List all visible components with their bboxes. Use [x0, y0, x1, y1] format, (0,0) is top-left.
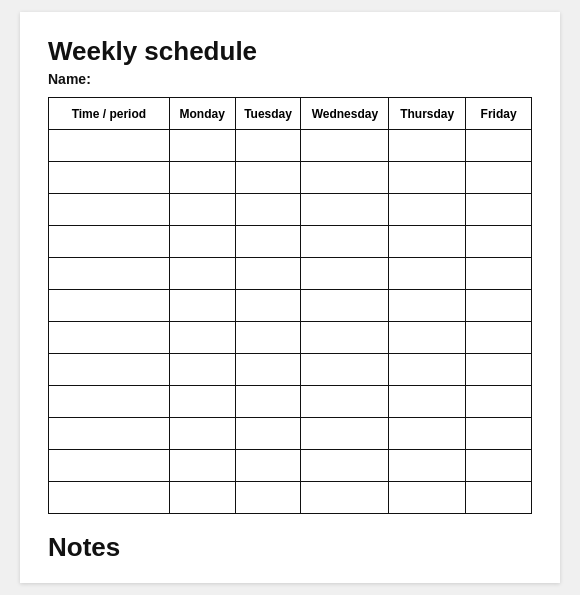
table-cell[interactable]: [389, 130, 466, 162]
table-cell[interactable]: [466, 194, 532, 226]
table-cell[interactable]: [466, 290, 532, 322]
table-cell[interactable]: [301, 482, 389, 514]
table-cell[interactable]: [235, 258, 301, 290]
table-cell[interactable]: [389, 418, 466, 450]
table-cell[interactable]: [389, 194, 466, 226]
table-cell[interactable]: [235, 290, 301, 322]
table-cell[interactable]: [235, 482, 301, 514]
table-cell[interactable]: [169, 290, 235, 322]
table-cell[interactable]: [169, 130, 235, 162]
table-cell[interactable]: [235, 450, 301, 482]
table-cell[interactable]: [235, 226, 301, 258]
table-cell[interactable]: [169, 258, 235, 290]
table-cell[interactable]: [235, 386, 301, 418]
table-row: [49, 258, 532, 290]
table-cell[interactable]: [389, 258, 466, 290]
header-friday: Friday: [466, 98, 532, 130]
table-row: [49, 322, 532, 354]
table-row: [49, 482, 532, 514]
table-cell[interactable]: [169, 226, 235, 258]
name-label: Name:: [48, 71, 532, 87]
header-row: Time / period Monday Tuesday Wednesday T…: [49, 98, 532, 130]
table-cell[interactable]: [466, 162, 532, 194]
table-row: [49, 354, 532, 386]
table-cell[interactable]: [466, 482, 532, 514]
notes-title: Notes: [48, 532, 532, 563]
table-cell[interactable]: [466, 322, 532, 354]
table-cell[interactable]: [389, 354, 466, 386]
page: Weekly schedule Name: Time / period Mond…: [20, 12, 560, 583]
table-cell[interactable]: [235, 194, 301, 226]
table-cell[interactable]: [49, 354, 170, 386]
table-cell[interactable]: [235, 354, 301, 386]
table-cell[interactable]: [301, 162, 389, 194]
table-cell[interactable]: [389, 322, 466, 354]
table-cell[interactable]: [49, 226, 170, 258]
table-cell[interactable]: [301, 130, 389, 162]
table-row: [49, 162, 532, 194]
table-cell[interactable]: [49, 482, 170, 514]
table-row: [49, 130, 532, 162]
table-row: [49, 194, 532, 226]
table-cell[interactable]: [169, 354, 235, 386]
table-cell[interactable]: [389, 226, 466, 258]
table-cell[interactable]: [389, 482, 466, 514]
table-row: [49, 450, 532, 482]
header-monday: Monday: [169, 98, 235, 130]
table-cell[interactable]: [169, 194, 235, 226]
table-cell[interactable]: [49, 418, 170, 450]
schedule-table: Time / period Monday Tuesday Wednesday T…: [48, 97, 532, 514]
header-wednesday: Wednesday: [301, 98, 389, 130]
table-cell[interactable]: [301, 418, 389, 450]
table-cell[interactable]: [466, 258, 532, 290]
table-cell[interactable]: [466, 354, 532, 386]
table-cell[interactable]: [49, 322, 170, 354]
table-cell[interactable]: [235, 322, 301, 354]
table-cell[interactable]: [466, 386, 532, 418]
table-cell[interactable]: [169, 450, 235, 482]
table-cell[interactable]: [49, 258, 170, 290]
table-cell[interactable]: [466, 418, 532, 450]
table-cell[interactable]: [49, 130, 170, 162]
table-cell[interactable]: [466, 450, 532, 482]
table-cell[interactable]: [301, 194, 389, 226]
header-thursday: Thursday: [389, 98, 466, 130]
table-cell[interactable]: [301, 386, 389, 418]
table-cell[interactable]: [49, 194, 170, 226]
header-tuesday: Tuesday: [235, 98, 301, 130]
table-cell[interactable]: [389, 290, 466, 322]
table-cell[interactable]: [169, 386, 235, 418]
table-cell[interactable]: [389, 450, 466, 482]
table-cell[interactable]: [49, 450, 170, 482]
table-cell[interactable]: [49, 386, 170, 418]
table-cell[interactable]: [235, 130, 301, 162]
table-cell[interactable]: [169, 418, 235, 450]
table-row: [49, 226, 532, 258]
table-row: [49, 290, 532, 322]
table-cell[interactable]: [49, 290, 170, 322]
table-cell[interactable]: [235, 162, 301, 194]
table-cell[interactable]: [301, 354, 389, 386]
table-cell[interactable]: [466, 130, 532, 162]
table-cell[interactable]: [301, 322, 389, 354]
table-cell[interactable]: [169, 482, 235, 514]
table-cell[interactable]: [49, 162, 170, 194]
table-cell[interactable]: [466, 226, 532, 258]
table-cell[interactable]: [389, 386, 466, 418]
table-cell[interactable]: [169, 162, 235, 194]
table-row: [49, 418, 532, 450]
table-cell[interactable]: [169, 322, 235, 354]
table-cell[interactable]: [301, 290, 389, 322]
table-row: [49, 386, 532, 418]
table-cell[interactable]: [301, 450, 389, 482]
table-cell[interactable]: [301, 226, 389, 258]
table-cell[interactable]: [389, 162, 466, 194]
header-time: Time / period: [49, 98, 170, 130]
table-cell[interactable]: [301, 258, 389, 290]
table-cell[interactable]: [235, 418, 301, 450]
page-title: Weekly schedule: [48, 36, 532, 67]
